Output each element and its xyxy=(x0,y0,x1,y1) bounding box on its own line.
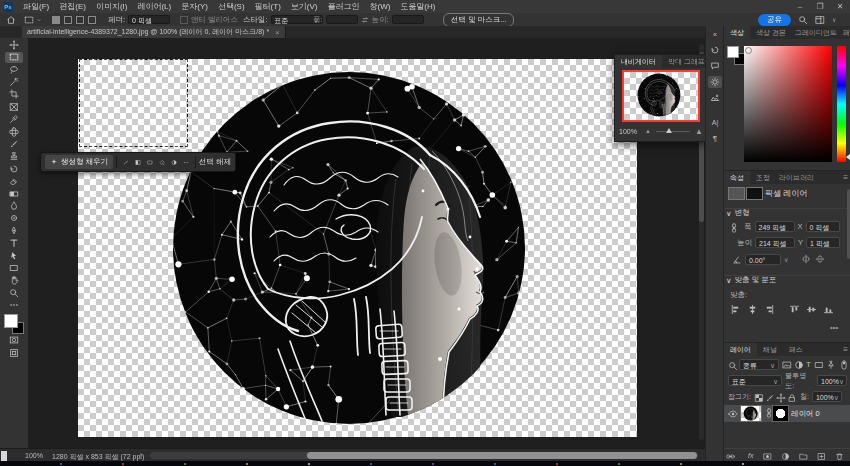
fill-select[interactable]: 100%∨ xyxy=(812,391,842,402)
menu-filter[interactable]: 필터(T) xyxy=(250,1,286,12)
dodge-tool[interactable] xyxy=(5,213,23,224)
modify-selection-icon[interactable] xyxy=(123,157,129,168)
link-layers-icon[interactable] xyxy=(730,452,740,460)
select-and-mask-button[interactable]: 선택 및 마스크... xyxy=(443,13,514,27)
lock-position-icon[interactable] xyxy=(776,393,784,401)
navigator-proxy-view[interactable] xyxy=(623,71,699,121)
clone-stamp-tool[interactable] xyxy=(5,151,23,162)
menu-file[interactable]: 파일(F) xyxy=(18,1,54,12)
opacity-select[interactable]: 100%∨ xyxy=(817,375,847,386)
align-center-h-icon[interactable] xyxy=(747,304,758,315)
zoom-in-mountain-icon[interactable]: ▲ xyxy=(695,127,703,136)
selection-mode-new[interactable] xyxy=(52,16,60,24)
transform-selection-icon[interactable] xyxy=(147,157,153,168)
type-tool[interactable] xyxy=(5,238,23,249)
tool-preset-marquee-icon[interactable] xyxy=(24,15,34,25)
filter-toggle-icon[interactable] xyxy=(839,360,847,370)
section-caret-icon[interactable]: ∨ xyxy=(726,209,732,218)
path-selection-tool[interactable] xyxy=(5,250,23,261)
navigator-zoom-value[interactable]: 100% xyxy=(619,128,637,135)
layer-visibility-eye-icon[interactable] xyxy=(728,409,738,419)
menu-view[interactable]: 보기(V) xyxy=(286,1,323,12)
hue-slider[interactable] xyxy=(837,46,846,162)
panel-menu-icon[interactable]: ≡ xyxy=(843,173,848,182)
rectangle-tool[interactable] xyxy=(5,262,23,273)
restore-button[interactable]: ❐ xyxy=(810,2,830,11)
color-swatches[interactable] xyxy=(3,314,25,334)
menu-image[interactable]: 이미지(I) xyxy=(91,1,133,12)
selection-mode-intersect[interactable] xyxy=(88,16,96,24)
edit-toolbar-icon[interactable] xyxy=(5,300,23,311)
filter-adjustment-layers-icon[interactable] xyxy=(794,360,803,369)
lock-pixels-icon[interactable] xyxy=(765,393,773,401)
tab-gradients[interactable]: 그레이디언트 xyxy=(792,26,840,39)
tab-adjustments[interactable]: 조정 xyxy=(750,171,776,184)
frame-tool[interactable] xyxy=(5,101,23,112)
pen-tool[interactable] xyxy=(5,225,23,236)
rectangular-marquee-tool[interactable] xyxy=(5,52,23,63)
layer-name[interactable]: 레이어 0 xyxy=(791,409,820,419)
section-caret-icon[interactable]: ∨ xyxy=(726,276,732,285)
color-fg-bg-swatches[interactable] xyxy=(727,46,745,64)
gradient-tool[interactable] xyxy=(5,188,23,199)
layer-mask-link-icon[interactable] xyxy=(764,408,770,420)
height-input[interactable] xyxy=(392,15,424,24)
angle-input[interactable]: 0.00° xyxy=(745,254,781,265)
blend-mode-select[interactable]: 표준∨ xyxy=(728,375,782,386)
minimize-button[interactable]: – xyxy=(790,2,810,11)
filter-type-layers-icon[interactable]: T xyxy=(806,360,811,369)
generative-fill-button[interactable]: 생성형 채우기 xyxy=(45,155,113,169)
document-canvas[interactable] xyxy=(78,59,637,437)
layer-style-fx-icon[interactable]: fx xyxy=(748,452,753,459)
character-panel-icon[interactable]: A| xyxy=(708,116,722,128)
tab-paths[interactable]: 패스 xyxy=(783,343,809,356)
blur-tool[interactable] xyxy=(5,200,23,211)
adjustment-icon[interactable] xyxy=(171,157,177,168)
antialias-checkbox[interactable] xyxy=(180,16,188,24)
home-icon[interactable] xyxy=(6,15,16,25)
invert-selection-icon[interactable] xyxy=(135,157,141,168)
quick-mask-icon[interactable] xyxy=(5,335,23,346)
chevron-down-icon[interactable]: ∨ xyxy=(832,16,836,23)
hand-tool[interactable] xyxy=(5,275,23,286)
status-chevron-icon[interactable]: › xyxy=(140,451,142,458)
history-panel-icon[interactable] xyxy=(708,44,722,56)
menu-window[interactable]: 창(W) xyxy=(364,1,395,12)
menu-type[interactable]: 문자(Y) xyxy=(176,1,213,12)
zoom-out-mountain-icon[interactable]: ▲ xyxy=(645,128,651,134)
menu-help[interactable]: 도움말(H) xyxy=(395,1,440,12)
status-zoom-value[interactable]: 100% xyxy=(25,452,43,459)
canvas-horizontal-scrollbar[interactable] xyxy=(150,452,698,459)
filter-kind-select[interactable]: 종류∨ xyxy=(739,359,779,370)
libraries-panel-icon[interactable] xyxy=(708,92,722,104)
foreground-color-swatch[interactable] xyxy=(4,314,18,328)
align-center-v-icon[interactable] xyxy=(806,304,817,315)
expand-panels-icon[interactable]: « xyxy=(708,28,722,40)
close-button[interactable]: ✕ xyxy=(830,2,850,11)
comments-panel-icon[interactable] xyxy=(708,60,722,72)
align-left-icon[interactable] xyxy=(730,304,741,315)
selection-mode-subtract[interactable] xyxy=(76,16,84,24)
tab-patterns[interactable]: 패턴 xyxy=(840,26,850,39)
align-top-icon[interactable] xyxy=(789,304,800,315)
history-brush-tool[interactable] xyxy=(5,163,23,174)
tab-swatches[interactable]: 색상 견본 xyxy=(750,26,792,39)
panel-menu-icon[interactable]: ≡ xyxy=(843,345,848,354)
align-bottom-icon[interactable] xyxy=(823,304,834,315)
object-selection-tool[interactable] xyxy=(5,77,23,88)
y-input[interactable]: 1 픽셀 xyxy=(806,237,840,248)
filter-smart-objects-icon[interactable] xyxy=(826,360,835,369)
color-field[interactable] xyxy=(744,46,832,162)
paragraph-panel-icon[interactable]: ¶ xyxy=(708,132,722,144)
align-right-icon[interactable] xyxy=(764,304,775,315)
move-tool[interactable] xyxy=(5,39,23,50)
tab-color[interactable]: 색상 xyxy=(724,26,750,39)
selection-marquee[interactable] xyxy=(79,59,188,147)
crop-tool[interactable] xyxy=(5,89,23,100)
tab-properties[interactable]: 속성 xyxy=(724,171,750,184)
tab-layers[interactable]: 레이어 xyxy=(724,343,757,356)
layer-thumbnail[interactable] xyxy=(741,406,761,421)
lock-all-icon[interactable] xyxy=(787,393,795,401)
zoom-tool[interactable] xyxy=(5,287,23,298)
menu-plugins[interactable]: 플러그인 xyxy=(322,1,364,12)
